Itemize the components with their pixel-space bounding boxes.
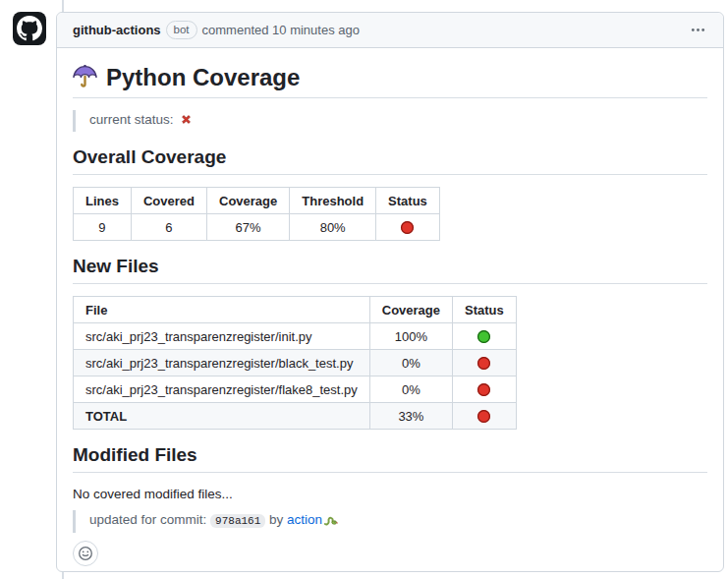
avatar[interactable] — [13, 12, 46, 45]
column-header: Status — [376, 188, 440, 214]
add-reaction-button[interactable] — [73, 541, 98, 566]
file-name: src/aki_prj23_transparenzregister/init.p… — [74, 323, 370, 350]
commit-info-connector: by — [269, 512, 283, 527]
coverage-value: 100% — [369, 323, 452, 350]
column-header: Threshold — [290, 188, 376, 214]
status-dot-icon — [477, 330, 490, 343]
column-header: Status — [453, 297, 517, 323]
total-label: TOTAL — [74, 403, 370, 430]
umbrella-icon — [73, 65, 97, 89]
current-status-quote: current status: — [73, 110, 707, 132]
coverage-value: 0% — [369, 350, 452, 376]
kebab-horizontal-icon — [691, 23, 705, 37]
coverage-value: 0% — [369, 376, 452, 403]
comment-header: github-actions bot commented 10 minutes … — [57, 13, 723, 48]
status-dot-icon — [477, 410, 490, 423]
covered-value: 6 — [131, 214, 206, 241]
modified-files-heading: Modified Files — [73, 443, 707, 473]
new-files-heading: New Files — [73, 255, 707, 284]
new-files-table: File Coverage Status src/aki_prj23_trans… — [73, 296, 517, 430]
snake-icon — [323, 512, 338, 533]
coverage-value: 67% — [207, 214, 290, 241]
column-header: Covered — [131, 188, 206, 214]
cross-mark-icon — [180, 112, 193, 132]
column-header: Coverage — [207, 188, 290, 214]
status-dot-icon — [477, 383, 490, 396]
comment-author[interactable]: github-actions — [73, 23, 161, 37]
file-name: src/aki_prj23_transparenzregister/flake8… — [74, 376, 370, 403]
github-octocat-icon — [17, 16, 42, 41]
table-row-total: TOTAL 33% — [74, 403, 517, 430]
status-dot-icon — [401, 221, 414, 234]
issue-timeline: github-actions bot commented 10 minutes … — [0, 0, 728, 579]
comment-card: github-actions bot commented 10 minutes … — [56, 12, 724, 572]
table-row: src/aki_prj23_transparenzregister/init.p… — [74, 323, 517, 350]
overall-coverage-heading: Overall Coverage — [73, 145, 707, 175]
table-row: 9 6 67% 80% — [74, 214, 440, 241]
column-header: Lines — [74, 188, 132, 214]
table-header-row: File Coverage Status — [74, 297, 517, 323]
commit-info-prefix: updated for commit: — [89, 512, 206, 527]
file-name: src/aki_prj23_transparenzregister/black_… — [74, 350, 370, 376]
status-dot-icon — [477, 357, 490, 370]
column-header: Coverage — [369, 297, 452, 323]
bot-badge: bot — [166, 21, 197, 39]
report-title-text: Python Coverage — [106, 63, 300, 91]
overall-coverage-table: Lines Covered Coverage Threshold Status … — [73, 187, 440, 241]
table-row: src/aki_prj23_transparenzregister/flake8… — [74, 376, 517, 403]
comment-body: Python Coverage current status: Overall … — [57, 48, 723, 572]
current-status-label: current status: — [89, 112, 174, 127]
comment-timestamp[interactable]: commented 10 minutes ago — [202, 23, 360, 37]
commit-hash: 978a161 — [210, 514, 265, 528]
table-header-row: Lines Covered Coverage Threshold Status — [74, 188, 440, 214]
comment-options-button[interactable] — [689, 21, 707, 39]
coverage-value: 33% — [369, 403, 452, 430]
action-link[interactable]: action — [287, 512, 322, 527]
report-title: Python Coverage — [73, 63, 707, 98]
table-row: src/aki_prj23_transparenzregister/black_… — [74, 350, 517, 376]
lines-value: 9 — [74, 214, 132, 241]
timeline-line-bottom — [62, 572, 64, 579]
commit-info-quote: updated for commit: 978a161 by action — [73, 510, 707, 533]
smiley-icon — [78, 546, 93, 561]
threshold-value: 80% — [290, 214, 376, 241]
column-header: File — [74, 297, 370, 323]
modified-files-empty-text: No covered modified files... — [73, 485, 707, 504]
